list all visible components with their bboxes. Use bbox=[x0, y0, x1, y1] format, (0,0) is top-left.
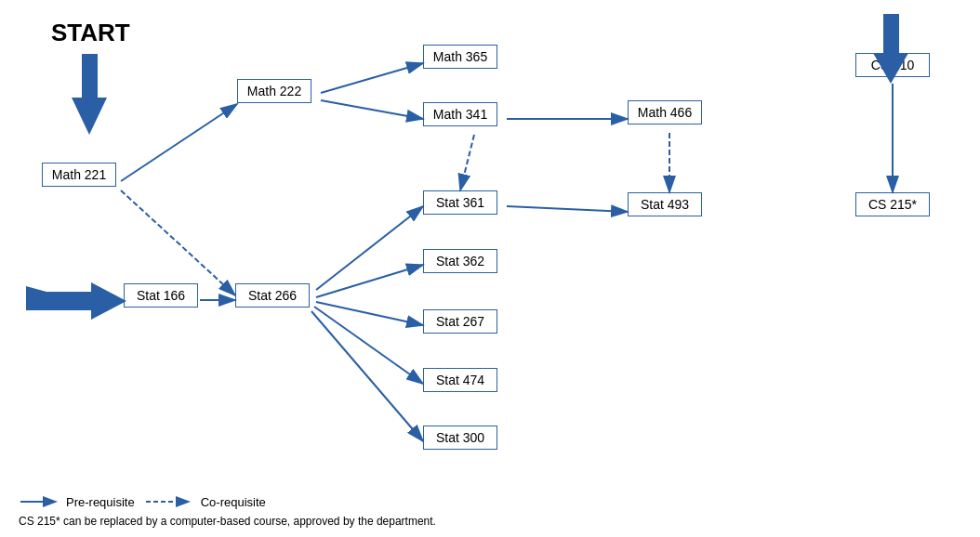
footnote: CS 215* can be replaced by a computer-ba… bbox=[19, 515, 436, 528]
prereq-label: Pre-requisite bbox=[66, 495, 135, 509]
svg-line-12 bbox=[507, 206, 628, 212]
start-label: START bbox=[51, 19, 130, 47]
math222-box: Math 222 bbox=[237, 79, 311, 103]
coreq-legend: Co-requisite bbox=[144, 494, 266, 509]
svg-line-10 bbox=[460, 135, 474, 190]
stat474-box: Stat 474 bbox=[423, 368, 497, 392]
svg-marker-22 bbox=[26, 282, 126, 320]
svg-line-13 bbox=[121, 190, 235, 295]
stat-entry-arrow bbox=[26, 281, 128, 321]
svg-line-18 bbox=[314, 307, 423, 384]
svg-line-16 bbox=[316, 265, 423, 297]
legend: Pre-requisite Co-requisite bbox=[19, 494, 266, 509]
svg-line-19 bbox=[311, 311, 423, 441]
prereq-legend: Pre-requisite bbox=[19, 494, 135, 509]
svg-line-8 bbox=[321, 100, 423, 119]
cs210-box: CS 210 bbox=[855, 53, 930, 77]
math221-box: Math 221 bbox=[42, 163, 116, 187]
stat493-box: Stat 493 bbox=[628, 192, 702, 216]
cs215-box: CS 215* bbox=[855, 192, 930, 216]
svg-line-17 bbox=[316, 302, 423, 325]
svg-line-6 bbox=[121, 104, 237, 181]
math466-box: Math 466 bbox=[628, 100, 702, 124]
stat362-box: Stat 362 bbox=[423, 249, 497, 273]
svg-line-7 bbox=[321, 63, 423, 93]
math341-box: Math 341 bbox=[423, 102, 497, 126]
math365-box: Math 365 bbox=[423, 45, 497, 69]
stat267-box: Stat 267 bbox=[423, 309, 497, 334]
stat361-box: Stat 361 bbox=[423, 190, 497, 215]
coreq-label: Co-requisite bbox=[201, 495, 266, 509]
stat166-box: Stat 166 bbox=[124, 283, 198, 308]
stat300-box: Stat 300 bbox=[423, 426, 497, 450]
svg-marker-4 bbox=[72, 54, 107, 135]
stat266-box: Stat 266 bbox=[235, 283, 310, 308]
diagram-container: START Math 221 Math 222 Math 365 Math 34… bbox=[0, 0, 980, 537]
svg-line-15 bbox=[316, 206, 423, 290]
